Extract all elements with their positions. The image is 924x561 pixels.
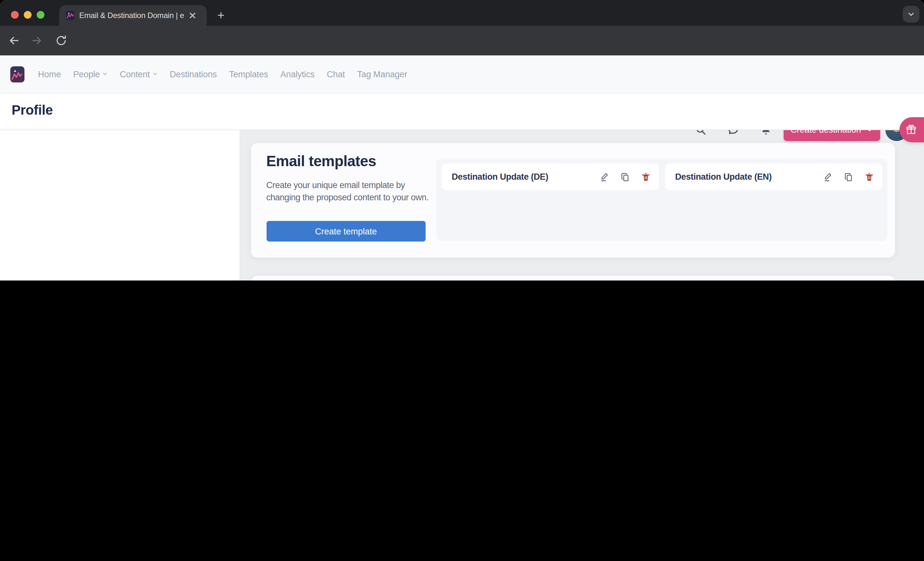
- new-tab-button[interactable]: +: [213, 8, 229, 23]
- tab-title: Email & Destination Domain | e: [79, 11, 188, 20]
- company-domain-card: Company email domain Send out destinatio…: [251, 276, 895, 280]
- main-nav: Home People Content Destinations Templat…: [38, 56, 407, 93]
- nav-templates[interactable]: Templates: [229, 69, 268, 79]
- window-close-button[interactable]: [11, 11, 19, 19]
- back-icon[interactable]: [8, 34, 21, 47]
- close-tab-icon[interactable]: [188, 10, 198, 21]
- copy-icon[interactable]: [620, 172, 630, 182]
- create-template-button[interactable]: Create template: [266, 221, 426, 242]
- tab-favicon: [66, 11, 75, 20]
- window-minimize-button[interactable]: [24, 11, 32, 19]
- nav-chat[interactable]: Chat: [327, 69, 345, 79]
- edit-pencil-icon[interactable]: [823, 172, 833, 182]
- main-content: Email templates Create your unique email…: [240, 130, 924, 280]
- emlen-logo[interactable]: [10, 66, 24, 82]
- nav-destinations[interactable]: Destinations: [170, 69, 217, 79]
- left-column: [0, 130, 240, 280]
- chevron-down-icon: [907, 10, 915, 18]
- nav-people[interactable]: People: [73, 69, 108, 79]
- gift-icon: [905, 124, 916, 135]
- templates-panel: Destination Update (DE) Destination Upda…: [436, 159, 887, 241]
- email-templates-card: Email templates Create your unique email…: [251, 142, 895, 257]
- browser-tab[interactable]: Email & Destination Domain | e: [59, 5, 207, 26]
- edit-pencil-icon[interactable]: [599, 172, 609, 182]
- nav-content[interactable]: Content: [120, 69, 158, 79]
- browser-toolbar: app.emlen.io/settings/email_and_domain: [0, 26, 924, 56]
- card-title: Email templates: [266, 152, 376, 170]
- page-title-band: Profile: [0, 93, 924, 130]
- chevron-down-icon: [102, 72, 108, 76]
- nav-home[interactable]: Home: [38, 69, 61, 79]
- chevron-down-icon: [152, 72, 158, 76]
- tab-search-button[interactable]: [903, 6, 920, 22]
- copy-icon[interactable]: [843, 172, 854, 182]
- nav-analytics[interactable]: Analytics: [280, 69, 315, 79]
- page-title: Profile: [12, 102, 53, 118]
- delete-trash-icon[interactable]: [640, 172, 651, 182]
- forward-icon[interactable]: [30, 34, 43, 47]
- nav-tag-manager[interactable]: Tag Manager: [357, 69, 407, 79]
- window-zoom-button[interactable]: [37, 11, 44, 19]
- template-row[interactable]: Destination Update (DE): [441, 164, 658, 190]
- template-row[interactable]: Destination Update (EN): [665, 164, 882, 190]
- browser-window: Email & Destination Domain | e + app.eml…: [0, 0, 924, 280]
- app-header: Home People Content Destinations Templat…: [0, 56, 924, 93]
- card-description: Create your unique email template by cha…: [266, 179, 435, 203]
- delete-trash-icon[interactable]: [864, 172, 874, 182]
- tab-strip: Email & Destination Domain | e +: [0, 0, 924, 26]
- reload-icon[interactable]: [55, 34, 68, 47]
- gift-promo-button[interactable]: [899, 117, 924, 142]
